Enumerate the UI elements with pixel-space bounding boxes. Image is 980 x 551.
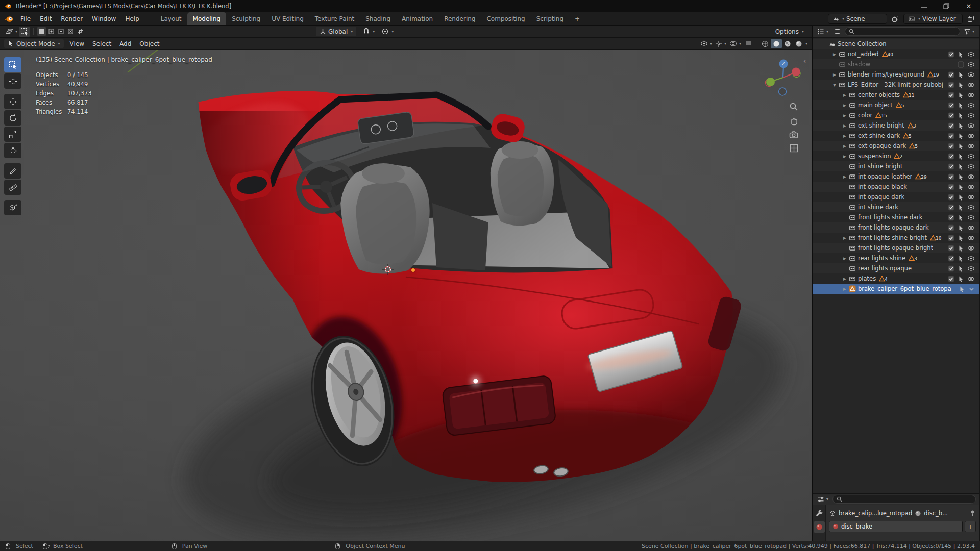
hide-toggle-eye-icon[interactable]	[967, 112, 975, 119]
cursor-tool-button[interactable]	[4, 73, 21, 89]
expand-icon[interactable]: ▶	[841, 93, 848, 97]
selectable-toggle-icon[interactable]	[958, 224, 964, 231]
select-mode-intersect-button[interactable]	[76, 27, 85, 36]
blender-logo-icon[interactable]	[4, 15, 14, 22]
add-cube-tool-button[interactable]	[4, 200, 21, 215]
selectable-toggle-icon[interactable]	[958, 173, 964, 180]
outliner-row-brake-caliper-6pot-blue-rotopa[interactable]: ▶brake_caliper_6pot_blue_rotopa	[813, 284, 979, 294]
edit-menu[interactable]: Edit	[35, 14, 56, 24]
hide-toggle-eye-icon[interactable]	[967, 143, 975, 149]
pan-hand-icon[interactable]	[789, 116, 798, 126]
measure-tool-button[interactable]	[4, 180, 21, 195]
exclude-checkbox-checked[interactable]	[948, 153, 954, 160]
shading-material-button[interactable]	[782, 39, 793, 48]
exclude-checkbox-checked[interactable]	[948, 51, 954, 58]
expand-icon[interactable]: ▶	[831, 52, 838, 57]
view-menu[interactable]: View	[66, 39, 88, 48]
outliner-row-ext-shine-dark[interactable]: ▶ext shine dark5	[813, 131, 979, 141]
exclude-checkbox-checked[interactable]	[948, 194, 954, 201]
hide-toggle-eye-icon[interactable]	[967, 163, 975, 170]
exclude-checkbox-checked[interactable]	[948, 163, 954, 170]
hide-toggle-eye-icon[interactable]	[967, 255, 975, 262]
selectable-toggle-icon[interactable]	[958, 214, 964, 221]
workspace-tab-animation[interactable]: Animation	[396, 12, 438, 25]
outliner-row-plates[interactable]: ▶plates4	[813, 273, 979, 284]
collapse-icon[interactable]: ▼	[831, 83, 838, 87]
select-mode-subtract-button[interactable]	[56, 27, 66, 36]
hide-toggle-eye-icon[interactable]	[967, 194, 975, 201]
outliner-search[interactable]	[845, 27, 960, 36]
expand-icon[interactable]: ▶	[841, 277, 848, 281]
add-menu[interactable]: Add	[115, 39, 135, 48]
hide-toggle-eye-icon[interactable]	[967, 245, 975, 252]
hide-toggle-eye-icon[interactable]	[967, 265, 975, 272]
select-mode-extend-button[interactable]	[46, 27, 56, 36]
expand-icon[interactable]: ▶	[841, 123, 848, 128]
properties-search-input[interactable]	[844, 496, 972, 503]
hide-toggle-eye-icon[interactable]	[967, 92, 975, 98]
selectable-toggle-icon[interactable]	[958, 265, 964, 272]
exclude-checkbox-checked[interactable]	[948, 214, 954, 221]
hide-toggle-eye-icon[interactable]	[967, 122, 975, 129]
breadcrumb-object-name[interactable]: brake_calip...lue_rotopad	[839, 510, 912, 517]
selectable-toggle-icon[interactable]	[958, 82, 964, 88]
active-tool-select-box-icon[interactable]	[19, 27, 30, 37]
outliner-row-front-lights-shine-bright[interactable]: ▶front lights shine bright10	[813, 233, 979, 243]
new-scene-button[interactable]	[890, 14, 900, 23]
filter-funnel-icon[interactable]: ▾	[963, 28, 976, 36]
camera-view-icon[interactable]	[789, 131, 798, 139]
help-menu[interactable]: Help	[120, 14, 143, 24]
selectable-toggle-icon[interactable]	[958, 153, 964, 160]
scene-selector[interactable]: ▾ Scene	[828, 14, 887, 24]
hide-toggle-eye-icon[interactable]	[967, 153, 975, 160]
workspace-tab-layout[interactable]: Layout	[155, 12, 187, 25]
selectable-toggle-icon[interactable]	[958, 194, 964, 201]
expand-icon[interactable]: ▶	[841, 236, 848, 240]
hide-toggle-eye-icon[interactable]	[967, 102, 975, 109]
xray-toggle[interactable]	[743, 39, 753, 48]
tool-tab-wrench-icon[interactable]	[814, 507, 825, 518]
proportional-edit-toggle[interactable]: ▾	[378, 27, 397, 36]
overlays-dropdown[interactable]: ▾	[728, 39, 743, 48]
exclude-checkbox-checked[interactable]	[948, 173, 954, 180]
selectable-toggle-icon[interactable]	[958, 92, 964, 98]
outliner-row-rear-lights-shine[interactable]: ▶rear lights shine3	[813, 253, 979, 263]
selectable-toggle-icon[interactable]	[958, 143, 964, 149]
outliner-row-center-objects[interactable]: ▶center objects11	[813, 90, 979, 100]
exclude-checkbox-checked[interactable]	[948, 235, 954, 241]
workspace-tab-compositing[interactable]: Compositing	[481, 12, 530, 25]
exclude-checkbox-checked[interactable]	[948, 92, 954, 98]
shading-solid-button[interactable]	[771, 39, 782, 48]
view-layer-selector[interactable]: ▾ View Layer	[903, 14, 963, 24]
properties-editor-type-button[interactable]: ▾	[816, 495, 830, 504]
shading-wireframe-button[interactable]	[760, 39, 771, 48]
selectable-toggle-icon[interactable]	[958, 204, 964, 211]
add-material-slot-button[interactable]: +	[965, 521, 976, 532]
new-view-layer-button[interactable]	[966, 14, 976, 23]
exclude-checkbox-checked[interactable]	[948, 224, 954, 231]
outliner-row-main-object[interactable]: ▶main object5	[813, 100, 979, 110]
object-visibility-dropdown[interactable]: ▾	[699, 39, 714, 48]
exclude-checkbox-checked[interactable]	[948, 122, 954, 129]
selectable-toggle-icon[interactable]	[958, 276, 964, 282]
hide-toggle-eye-icon[interactable]	[967, 224, 975, 231]
zoom-icon[interactable]	[789, 102, 798, 111]
outliner-row-shadow[interactable]: shadow	[813, 59, 979, 69]
pin-icon[interactable]	[969, 510, 976, 517]
outliner-row-not-added[interactable]: ▶not_added40	[813, 49, 979, 59]
selectable-toggle-icon[interactable]	[958, 71, 964, 78]
outliner-row-front-lights-opaque-dark[interactable]: front lights opaque dark	[813, 222, 979, 233]
rotate-tool-button[interactable]	[4, 110, 21, 126]
exclude-checkbox-checked[interactable]	[948, 245, 954, 252]
exclude-checkbox-checked[interactable]	[948, 265, 954, 272]
expand-icon[interactable]: ▶	[841, 287, 848, 291]
outliner-row-color[interactable]: ▶color15	[813, 110, 979, 120]
chevron-down-icon[interactable]	[968, 286, 975, 292]
breadcrumb-material-name[interactable]: disc_b...	[924, 510, 948, 517]
outliner-display-mode-button[interactable]	[832, 27, 842, 36]
outliner-row-int-shine-bright[interactable]: int shine bright	[813, 161, 979, 171]
shading-rendered-button[interactable]	[793, 39, 804, 48]
transform-orientation-dropdown[interactable]: Global ▾	[316, 27, 356, 36]
snap-toggle[interactable]: ▾	[359, 27, 378, 36]
workspace-tab-texture-paint[interactable]: Texture Paint	[309, 12, 360, 25]
